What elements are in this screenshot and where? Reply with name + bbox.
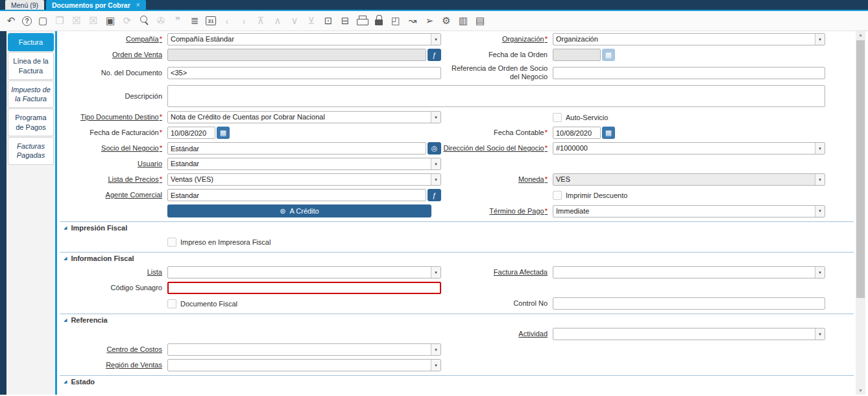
workflow-icon[interactable]: ↝: [407, 14, 418, 27]
section-informacion-fiscal[interactable]: ◢ Informacion Fiscal: [60, 252, 854, 264]
termino-pago-combo[interactable]: Immediate ▾: [553, 205, 825, 217]
scroll-down-icon[interactable]: ▼: [856, 387, 865, 395]
sidebar-tab-l-nea-de-la-factura[interactable]: Línea de la Factura: [8, 52, 54, 80]
no-documento-input[interactable]: [167, 67, 441, 79]
chevron-down-icon[interactable]: ▾: [815, 34, 825, 45]
lista-combo[interactable]: ▾: [167, 266, 441, 278]
chevron-down-icon[interactable]: ▾: [815, 206, 825, 217]
collapse-icon[interactable]: ◢: [64, 379, 67, 384]
chevron-down-icon[interactable]: ▾: [815, 143, 825, 154]
lock-icon[interactable]: [373, 14, 385, 27]
close-tab-icon[interactable]: ×: [136, 1, 140, 8]
chevron-down-icon[interactable]: ▾: [431, 267, 440, 278]
section-referencia[interactable]: ◢ Referencia: [60, 314, 854, 325]
tipo-documento-label: Tipo Documento Destino: [80, 113, 162, 121]
chevron-down-icon[interactable]: ▾: [431, 112, 440, 123]
collapse-icon[interactable]: ◢: [64, 225, 67, 230]
a-credito-label: A Crédito: [289, 207, 319, 215]
row-impreso-fiscal: Impreso en Impresora Fiscal: [60, 236, 854, 248]
product-info-icon[interactable]: ▥: [457, 14, 469, 27]
agente-lookup-button[interactable]: ƒ: [428, 189, 441, 201]
chevron-down-icon[interactable]: ▾: [815, 174, 825, 185]
organizacion-combo[interactable]: Organización ▾: [553, 33, 825, 45]
fecha-facturacion-input[interactable]: [167, 127, 215, 139]
previous-record-icon: ‹: [221, 14, 233, 27]
documento-fiscal-checkbox[interactable]: [167, 299, 176, 308]
sidebar-tab-facturas-pagadas[interactable]: Facturas Pagadas: [8, 137, 54, 165]
tipo-documento-combo[interactable]: Nota de Crédito de Cuentas por Cobrar Na…: [167, 111, 441, 123]
send-icon[interactable]: ➢: [424, 14, 435, 27]
sidebar-tab-factura[interactable]: Factura: [8, 33, 54, 51]
collapse-icon[interactable]: ◢: [64, 256, 67, 261]
zoom-across-icon[interactable]: ◰: [390, 14, 402, 27]
report-icon[interactable]: ▤: [474, 14, 486, 27]
chevron-down-icon[interactable]: ▾: [431, 34, 440, 45]
scrollbar-track[interactable]: [856, 39, 865, 387]
factura-afectada-combo[interactable]: ▾: [553, 266, 825, 278]
auto-servicio-label: Auto-Servicio: [566, 114, 608, 121]
chevron-down-icon[interactable]: ▾: [815, 328, 825, 340]
chevron-down-icon[interactable]: ▾: [431, 360, 440, 371]
compania-combo[interactable]: Compañía Estándar ▾: [167, 33, 441, 45]
lista-precios-combo[interactable]: Ventas (VES) ▾: [167, 173, 441, 186]
copy-record-icon: ❐: [54, 14, 66, 27]
save-icon[interactable]: ▣: [104, 14, 116, 27]
undo-icon[interactable]: ↶: [5, 14, 17, 27]
control-no-input[interactable]: [553, 297, 825, 310]
row-compania-organizacion: Compañía Compañía Estándar ▾ Organizació…: [60, 33, 854, 45]
a-credito-button[interactable]: ⊚ A Crédito: [167, 204, 431, 217]
find-icon[interactable]: [138, 14, 150, 27]
fecha-contable-calendar-icon[interactable]: ▦: [602, 127, 615, 139]
scroll-up-icon[interactable]: ▲: [856, 31, 865, 39]
actividad-combo[interactable]: ▾: [553, 328, 825, 340]
chevron-down-icon[interactable]: ▾: [815, 267, 825, 278]
socio-input[interactable]: [167, 142, 426, 155]
section-impresion-fiscal[interactable]: ◢ Impresión Fiscal: [60, 221, 854, 233]
chevron-down-icon[interactable]: ▾: [431, 158, 440, 169]
referencia-orden-input[interactable]: [553, 67, 825, 79]
direccion-socio-combo[interactable]: #1000000 ▾: [553, 142, 825, 155]
scrollbar-thumb[interactable]: [856, 40, 865, 298]
sidebar-tab-label: Línea de la Factura: [13, 57, 48, 74]
help-icon[interactable]: ?: [22, 16, 32, 26]
form-icon[interactable]: ⊡: [322, 14, 334, 27]
tab-menu-label: Menú (9): [11, 1, 38, 9]
compania-label: Compañía: [126, 35, 162, 43]
window-tab-bar: Menú (9) Documentos por Cobrar ×: [0, 0, 868, 11]
socio-record-button[interactable]: ◎: [428, 142, 441, 155]
agente-label: Agente Comercial: [106, 191, 162, 199]
auto-servicio-checkbox[interactable]: [553, 113, 562, 122]
imprimir-descuento-checkbox[interactable]: [553, 191, 562, 200]
section-estado[interactable]: ◢ Estado: [60, 375, 854, 387]
tab-menu[interactable]: Menú (9): [5, 0, 44, 10]
descripcion-textarea[interactable]: [167, 85, 825, 107]
sidebar-tab-programa-de-pagos[interactable]: Programa de Pagos: [8, 108, 54, 136]
sidebar-tab-impuesto-de-la-factura[interactable]: Impuesto de la Factura: [8, 80, 54, 108]
moneda-combo[interactable]: VES ▾: [553, 173, 825, 186]
new-record-icon[interactable]: ▢: [37, 14, 49, 27]
codigo-sunagro-input[interactable]: [167, 282, 441, 294]
collapse-icon[interactable]: ◢: [64, 317, 67, 323]
record-tab-list: FacturaLínea de la FacturaImpuesto de la…: [6, 31, 55, 395]
row-tipo-documento: Tipo Documento Destino Nota de Crédito d…: [60, 111, 854, 123]
agente-input[interactable]: [167, 189, 426, 201]
archive-icon[interactable]: ⊟: [339, 14, 351, 27]
next-record-icon: ›: [238, 14, 250, 27]
calendar-icon[interactable]: 31: [206, 16, 216, 25]
fecha-contable-input[interactable]: [553, 127, 601, 139]
print-icon[interactable]: [356, 14, 368, 27]
grid-toggle-icon[interactable]: ≣: [189, 14, 200, 27]
impreso-impresora-fiscal-checkbox[interactable]: [167, 238, 176, 247]
centro-costos-combo[interactable]: ▾: [167, 343, 441, 356]
vertical-scrollbar[interactable]: ▲ ▼: [854, 31, 868, 395]
chevron-down-icon[interactable]: ▾: [431, 344, 440, 355]
chevron-down-icon[interactable]: ▾: [431, 174, 440, 185]
orden-venta-lookup-button[interactable]: ƒ: [428, 49, 441, 61]
fecha-orden-label: Fecha de la Orden: [488, 51, 548, 58]
row-documento-fiscal-control: Documento Fiscal Control No: [60, 297, 854, 310]
preferences-icon[interactable]: ⚙: [440, 14, 452, 27]
usuario-combo[interactable]: Estandar ▾: [167, 158, 441, 170]
region-ventas-combo[interactable]: ▾: [167, 359, 441, 371]
fecha-facturacion-calendar-icon[interactable]: ▦: [217, 127, 230, 139]
tab-documentos-por-cobrar[interactable]: Documentos por Cobrar ×: [46, 0, 146, 10]
